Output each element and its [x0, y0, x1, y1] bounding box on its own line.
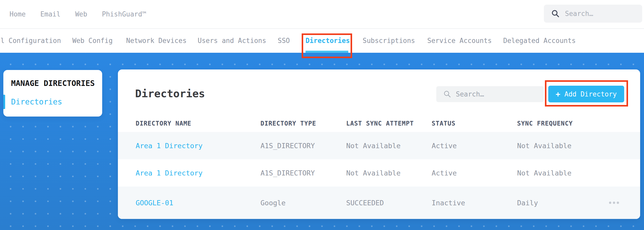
global-search-box[interactable] — [544, 5, 642, 23]
directory-type-cell: A1S_DIRECTORY — [260, 142, 315, 150]
tab-web-config[interactable]: Web Config — [72, 29, 113, 53]
directory-type-cell: A1S_DIRECTORY — [260, 169, 315, 177]
tab-directories[interactable]: Directories — [306, 29, 350, 53]
tab-users-and-actions[interactable]: Users and Actions — [198, 29, 266, 53]
nav-item-phishguard[interactable]: PhishGuard™ — [102, 10, 146, 18]
top-nav: Home Email Web PhishGuard™ — [10, 0, 146, 28]
column-header-sync-frequency: SYNC FREQUENCY — [517, 120, 573, 127]
add-directory-button-label: Add Directory — [564, 90, 617, 98]
last-sync-cell: SUCCEEDED — [346, 199, 384, 207]
top-bar: Home Email Web PhishGuard™ — [0, 0, 644, 29]
nav-item-web[interactable]: Web — [75, 10, 87, 18]
directory-name-link[interactable]: GOOGLE-01 — [136, 199, 173, 207]
search-icon — [443, 90, 451, 98]
ellipsis-dot — [609, 202, 611, 204]
status-cell: Inactive — [432, 199, 465, 207]
sidebar-title: MANAGE DIRECTORIES — [11, 79, 95, 88]
ellipsis-dot — [617, 202, 619, 204]
nav-item-home[interactable]: Home — [10, 10, 26, 18]
app-screen: Home Email Web PhishGuard™ l Configurati… — [0, 0, 644, 230]
sync-frequency-cell: Daily — [517, 199, 538, 207]
directories-panel: Directories + Add Directory DIRECTORY NA… — [118, 69, 640, 219]
page-title: Directories — [135, 87, 205, 100]
tab-service-accounts[interactable]: Service Accounts — [427, 29, 492, 53]
sidebar-item-directories[interactable]: Directories — [11, 97, 62, 106]
settings-tabs-bar: l Configuration Web Config Network Devic… — [0, 29, 644, 53]
status-cell: Active — [432, 169, 457, 177]
tab-subscriptions[interactable]: Subscriptions — [363, 29, 415, 53]
sync-frequency-cell: Not Available — [517, 169, 571, 177]
directory-name-link[interactable]: Area 1 Directory — [136, 142, 203, 150]
ellipsis-icon[interactable] — [606, 199, 622, 207]
directory-name-link[interactable]: Area 1 Directory — [136, 169, 203, 177]
column-header-status: STATUS — [432, 120, 456, 127]
tab-configuration[interactable]: l Configuration — [1, 29, 61, 53]
table-row: GOOGLE-01 Google SUCCEEDED Inactive Dail… — [118, 187, 640, 219]
column-header-directory-type: DIRECTORY TYPE — [260, 120, 316, 127]
search-icon — [551, 9, 560, 18]
tab-delegated-accounts[interactable]: Delegated Accounts — [503, 29, 576, 53]
directories-search-input[interactable] — [455, 90, 534, 98]
table-row: Area 1 Directory A1S_DIRECTORY Not Avail… — [118, 159, 640, 187]
last-sync-cell: Not Available — [346, 142, 401, 150]
table-row: Area 1 Directory A1S_DIRECTORY Not Avail… — [118, 132, 640, 159]
global-search-input[interactable] — [564, 10, 630, 18]
column-header-last-sync-attempt: LAST SYNC ATTEMPT — [346, 120, 414, 127]
active-tab-underline — [306, 51, 348, 53]
directories-search-box[interactable] — [436, 86, 544, 102]
active-item-indicator — [3, 95, 5, 109]
table-header: DIRECTORY NAME DIRECTORY TYPE LAST SYNC … — [118, 120, 640, 132]
ellipsis-dot — [613, 202, 615, 204]
add-directory-button[interactable]: + Add Directory — [548, 86, 624, 102]
plus-icon: + — [556, 90, 560, 98]
sync-frequency-cell: Not Available — [517, 142, 571, 150]
nav-item-email[interactable]: Email — [40, 10, 60, 18]
manage-directories-card: MANAGE DIRECTORIES Directories — [3, 70, 102, 117]
last-sync-cell: Not Available — [346, 169, 401, 177]
tab-sso[interactable]: SSO — [278, 29, 290, 53]
directory-type-cell: Google — [260, 199, 286, 207]
status-cell: Active — [432, 142, 457, 150]
tab-network-devices[interactable]: Network Devices — [126, 29, 187, 53]
column-header-directory-name: DIRECTORY NAME — [136, 120, 191, 127]
